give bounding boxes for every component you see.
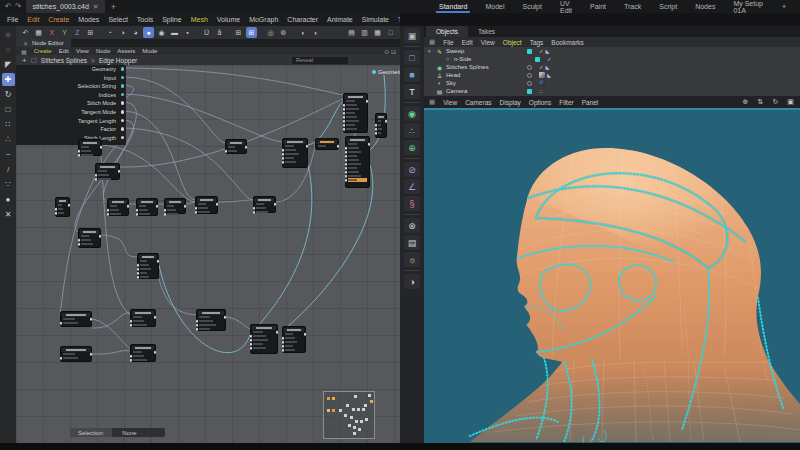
- menu-item-object[interactable]: Object: [503, 39, 522, 46]
- graph-node[interactable]: [130, 344, 156, 362]
- output-dot[interactable]: [276, 331, 279, 334]
- input-dot[interactable]: [195, 211, 198, 214]
- perspective-viewport[interactable]: [424, 110, 800, 443]
- input-dot[interactable]: [282, 341, 285, 344]
- spline-mode-icon[interactable]: ~: [2, 148, 15, 161]
- axis-y-lock[interactable]: Y: [59, 27, 70, 38]
- input-dot[interactable]: [345, 167, 348, 170]
- graph-node[interactable]: [225, 139, 247, 154]
- move-icon[interactable]: ✚: [2, 73, 15, 86]
- graph-node[interactable]: [95, 163, 120, 180]
- menu-item-panel[interactable]: Panel: [582, 99, 599, 106]
- output-dot[interactable]: [385, 120, 388, 123]
- input-dot[interactable]: [250, 343, 253, 346]
- input-dot[interactable]: [225, 150, 228, 153]
- input-dot[interactable]: [55, 212, 58, 215]
- input-port-input[interactable]: Input: [104, 75, 116, 81]
- input-dot[interactable]: [343, 104, 346, 107]
- node-graph-canvas[interactable]: GeometryInputSelection StringIndicesStit…: [16, 65, 400, 443]
- light-icon[interactable]: ☼: [404, 252, 420, 267]
- input-dot[interactable]: [195, 207, 198, 210]
- object-row-n-side[interactable]: ○n-Side✓: [424, 55, 800, 63]
- field-icon[interactable]: ⊘: [404, 162, 420, 177]
- object-name[interactable]: Head: [446, 72, 524, 78]
- input-dot[interactable]: [282, 161, 285, 164]
- input-dot[interactable]: [375, 128, 378, 131]
- close-icon[interactable]: ✕: [93, 3, 99, 11]
- input-dot[interactable]: [282, 149, 285, 152]
- render-settings-icon[interactable]: ●: [143, 27, 154, 38]
- quantize-icon[interactable]: ⊞: [246, 27, 257, 38]
- render-view-icon[interactable]: ◔: [104, 27, 115, 38]
- dots-icon[interactable]: ∵: [2, 178, 15, 191]
- lock-icon[interactable]: ⊙ ⊡: [384, 48, 396, 55]
- falloff-icon[interactable]: ∠: [404, 179, 420, 194]
- paint-icon[interactable]: ●: [2, 193, 15, 206]
- input-dot[interactable]: [196, 320, 199, 323]
- input-dot[interactable]: [345, 171, 348, 174]
- output-dot[interactable]: [154, 351, 157, 354]
- visibility-toggle[interactable]: [527, 81, 532, 86]
- globe-icon[interactable]: ⊗: [404, 218, 420, 233]
- panel-icon[interactable]: □: [385, 27, 396, 38]
- port-dot[interactable]: [121, 67, 125, 71]
- render-region-icon[interactable]: ◑: [117, 27, 128, 38]
- input-dot[interactable]: [55, 208, 58, 211]
- output-dot[interactable]: [304, 333, 307, 336]
- sky-tag-icon[interactable]: [539, 80, 545, 86]
- menu-item-filter[interactable]: Filter: [559, 99, 573, 106]
- input-dot[interactable]: [78, 154, 81, 157]
- menu-item-node[interactable]: Node: [96, 48, 110, 54]
- axis-x-lock[interactable]: X: [46, 27, 57, 38]
- port-dot[interactable]: [121, 101, 125, 105]
- tex-tag-icon[interactable]: [539, 72, 545, 78]
- layout-tab-script[interactable]: Script: [650, 0, 686, 13]
- view-layout-1-icon[interactable]: ▤: [346, 27, 357, 38]
- port-dot[interactable]: [121, 127, 125, 131]
- input-dot[interactable]: [130, 359, 133, 362]
- menu-item-tags[interactable]: Tags: [530, 39, 544, 46]
- input-dot[interactable]: [130, 320, 133, 323]
- input-port-tangent-mode[interactable]: Tangent Mode: [81, 109, 116, 115]
- output-dot[interactable]: [118, 170, 121, 173]
- output-dot[interactable]: [127, 205, 130, 208]
- menu-item-character[interactable]: Character: [287, 16, 318, 23]
- render-team-icon[interactable]: ◕: [130, 27, 141, 38]
- input-dot[interactable]: [78, 150, 81, 153]
- redo-icon[interactable]: ↷: [15, 2, 22, 11]
- input-dot[interactable]: [78, 239, 81, 242]
- graph-node[interactable]: [253, 196, 276, 213]
- input-dot[interactable]: [282, 349, 285, 352]
- window-icon[interactable]: ▦: [429, 98, 435, 106]
- search-icon[interactable]: ○: [2, 28, 15, 41]
- visibility-toggle[interactable]: [535, 57, 540, 62]
- object-row-sweep[interactable]: ▾✎Sweep✓◣: [424, 47, 800, 55]
- new-document-button[interactable]: +: [105, 2, 122, 12]
- input-dot[interactable]: [343, 108, 346, 111]
- target-icon[interactable]: ◎: [265, 27, 276, 38]
- menu-item-assets[interactable]: Assets: [117, 48, 135, 54]
- layout-tab-uv-edit[interactable]: UV Edit: [551, 0, 581, 13]
- menu-item-display[interactable]: Display: [500, 99, 521, 106]
- graph-node[interactable]: [345, 136, 370, 188]
- input-dot[interactable]: [107, 213, 110, 216]
- object-row-camera[interactable]: ▤Camera∷: [424, 87, 800, 95]
- menu-item-file[interactable]: File: [7, 16, 18, 23]
- check-tag-icon[interactable]: ✓: [539, 64, 544, 70]
- input-dot[interactable]: [345, 151, 348, 154]
- grid-snap-icon[interactable]: ⊞: [233, 27, 244, 38]
- text-icon[interactable]: T: [404, 84, 420, 99]
- generator-icon[interactable]: ⊕: [404, 140, 420, 155]
- axis-mode-icon[interactable]: Ü: [201, 27, 212, 38]
- node-editor-tab[interactable]: ✕ Node Editor: [16, 39, 71, 47]
- output-dot[interactable]: [245, 146, 248, 149]
- panel-tab-takes[interactable]: Takes: [468, 26, 505, 37]
- menu-item-bookmarks[interactable]: Bookmarks: [551, 39, 584, 46]
- input-dot[interactable]: [137, 272, 140, 275]
- input-dot[interactable]: [196, 328, 199, 331]
- menu-item-cameras[interactable]: Cameras: [465, 99, 491, 106]
- globe-nav-icon[interactable]: ⊕: [740, 97, 751, 108]
- view-layout-3-icon[interactable]: ▦: [372, 27, 383, 38]
- menu-item-modes[interactable]: Modes: [78, 16, 99, 23]
- menu-item-simulate[interactable]: Simulate: [362, 16, 389, 23]
